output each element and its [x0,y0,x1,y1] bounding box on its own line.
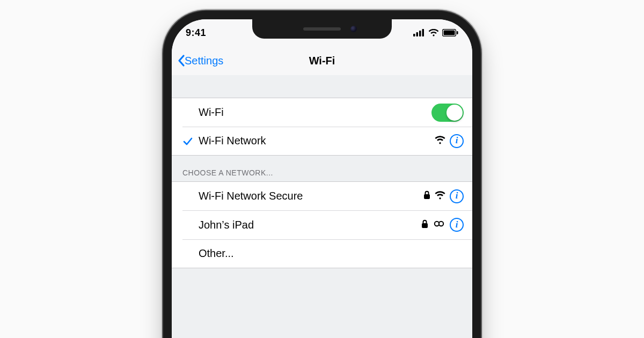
display-notch [252,19,392,39]
network-name: John’s iPad [199,219,421,231]
svg-rect-1 [416,32,419,36]
navigation-bar: Settings Wi-Fi [172,46,472,76]
lock-icon [421,219,428,231]
switch-knob [447,105,463,121]
info-button[interactable]: i [450,189,464,203]
svg-rect-5 [444,31,455,35]
speaker-icon [303,27,341,31]
wifi-toggle-label: Wi-Fi [199,106,431,119]
svg-rect-2 [419,31,421,36]
svg-rect-7 [424,194,430,199]
choose-network-header: CHOOSE A NETWORK... [172,156,472,181]
camera-icon [350,26,357,32]
iphone-frame: 9:41 [163,11,481,338]
battery-icon [442,29,458,36]
settings-content: Wi-Fi Wi-Fi Network [172,75,472,338]
wifi-switch[interactable] [431,104,464,122]
network-name: Wi-Fi Network Secure [199,190,423,202]
personal-hotspot-icon [433,220,445,230]
back-button[interactable]: Settings [177,46,223,75]
page-title: Wi-Fi [309,55,335,67]
network-row[interactable]: John’s iPad i [172,210,472,239]
wifi-status-icon [428,29,439,36]
connected-network-row[interactable]: Wi-Fi Network i [172,127,472,156]
svg-rect-0 [413,34,415,36]
wifi-signal-icon [435,191,445,202]
wifi-signal-icon [435,136,445,146]
other-network-row[interactable]: Other... [172,239,472,268]
lock-icon [423,190,430,202]
status-icons [413,29,458,36]
checkmark-icon [182,136,193,146]
status-time: 9:41 [186,27,206,39]
info-button[interactable]: i [450,218,464,232]
connected-network-name: Wi-Fi Network [199,135,435,147]
cellular-signal-icon [413,29,425,36]
network-row[interactable]: Wi-Fi Network Secure i [172,181,472,210]
svg-rect-6 [457,31,458,34]
wifi-toggle-row[interactable]: Wi-Fi [172,98,472,127]
info-button[interactable]: i [450,134,464,148]
svg-rect-8 [422,223,428,228]
other-label: Other... [199,247,464,260]
back-label: Settings [185,55,223,67]
svg-rect-3 [422,29,425,36]
